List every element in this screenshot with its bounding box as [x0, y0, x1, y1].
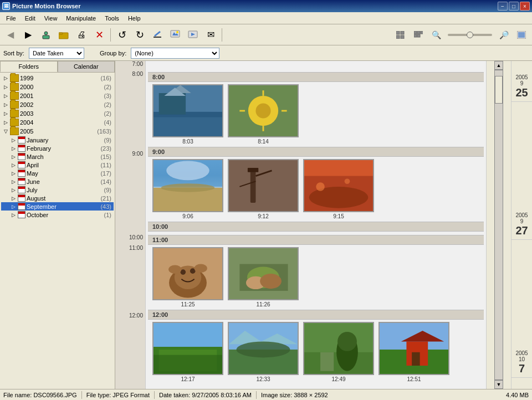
- expand-arrow-april[interactable]: ▷: [10, 162, 17, 168]
- tab-folders[interactable]: Folders: [0, 61, 58, 72]
- menu-view[interactable]: View: [40, 13, 62, 23]
- expand-arrow-2002[interactable]: ▷: [2, 101, 9, 108]
- tree-item-september[interactable]: ▷ September (43): [1, 202, 114, 211]
- tree-item-2003[interactable]: ▷ 2003 (2): [1, 109, 114, 118]
- photo-thumb-1233[interactable]: [228, 322, 299, 375]
- rotate-right-button[interactable]: ↻: [131, 27, 148, 43]
- menu-file[interactable]: File: [2, 13, 20, 23]
- expand-arrow-october[interactable]: ▷: [10, 212, 17, 218]
- photo-item-1249[interactable]: 12:49: [303, 322, 374, 382]
- print-button[interactable]: 🖨: [73, 27, 90, 43]
- tree-item-1999[interactable]: ▷ 1999 (16): [1, 74, 114, 83]
- photo-thumb-803[interactable]: [152, 84, 223, 137]
- photo-item-915[interactable]: 9:15: [303, 159, 374, 219]
- photo-item-1217[interactable]: 12:17: [152, 322, 223, 382]
- expand-arrow-2003[interactable]: ▷: [2, 110, 9, 117]
- photo-item-1233[interactable]: 12:33: [228, 322, 299, 382]
- fit-button[interactable]: [513, 27, 530, 43]
- tree-item-january[interactable]: ▷ January (9): [1, 136, 114, 144]
- menu-manipulate[interactable]: Manipulate: [62, 13, 100, 23]
- scrollbar-thumb[interactable]: [495, 76, 503, 104]
- zoom-out-button[interactable]: 🔍: [428, 27, 444, 43]
- expand-arrow-march[interactable]: ▷: [10, 153, 17, 160]
- photo-thumb-814[interactable]: [228, 84, 299, 137]
- enhance-button[interactable]: [167, 27, 183, 43]
- photo-thumb-912[interactable]: [228, 159, 299, 212]
- tree-item-february[interactable]: ▷ February (23): [1, 144, 114, 152]
- date-marker-sep25[interactable]: 2005 9 25: [511, 72, 532, 102]
- time-header-1100: 11:00: [148, 235, 484, 245]
- photo-item-906[interactable]: 9:06: [152, 159, 223, 219]
- menu-tools[interactable]: Tools: [101, 13, 123, 23]
- tree-item-april[interactable]: ▷ April (11): [1, 161, 114, 169]
- expand-arrow-august[interactable]: ▷: [10, 195, 17, 202]
- sort-select[interactable]: Date Taken: [29, 48, 84, 59]
- back-button[interactable]: ◀: [2, 27, 19, 43]
- photo-thumb-1217[interactable]: [152, 322, 223, 375]
- photo-thumb-1126[interactable]: [228, 247, 299, 300]
- photo-item-1125[interactable]: 11:25: [152, 247, 223, 307]
- expand-arrow-july[interactable]: ▷: [10, 187, 17, 193]
- date-marker-sep27[interactable]: 2005 9 27: [511, 210, 532, 240]
- menu-edit[interactable]: Edit: [21, 13, 39, 23]
- tree-item-2004[interactable]: ▷ 2004 (4): [1, 118, 114, 127]
- photo-thumb-906[interactable]: [152, 159, 223, 212]
- photo-item-814[interactable]: 8:14: [228, 84, 299, 145]
- tree-item-2000[interactable]: ▷ 2000 (2): [1, 83, 114, 91]
- photo-item-1126[interactable]: 11:26: [228, 247, 299, 307]
- photo-item-1251[interactable]: 12:51: [378, 322, 449, 382]
- folder-icon-2002: [10, 101, 19, 109]
- forward-button[interactable]: ▶: [20, 27, 37, 43]
- tree-item-july[interactable]: ▷ July (9): [1, 186, 114, 194]
- date-marker-oct7[interactable]: 2005 10 7: [511, 348, 532, 378]
- expand-arrow-may[interactable]: ▷: [10, 170, 17, 177]
- tree-item-2001[interactable]: ▷ 2001 (3): [1, 91, 114, 100]
- email-button[interactable]: ✉: [202, 27, 219, 43]
- photo-item-803[interactable]: 8:03: [152, 84, 223, 145]
- delete-button[interactable]: ✕: [91, 27, 108, 43]
- expand-arrow-2004[interactable]: ▷: [2, 119, 9, 126]
- window-title: Picture Motion Browser: [12, 3, 80, 9]
- expand-arrow-september[interactable]: ▷: [10, 203, 17, 210]
- tree-item-2002[interactable]: ▷ 2002 (2): [1, 100, 114, 109]
- photo-item-912[interactable]: 9:12: [228, 159, 299, 219]
- zoom-in-button[interactable]: 🔎: [495, 27, 512, 43]
- group-select[interactable]: (None): [131, 48, 219, 59]
- close-button[interactable]: ×: [520, 2, 530, 11]
- maximize-button[interactable]: □: [509, 2, 519, 11]
- scroll-up-button[interactable]: ▲: [494, 61, 503, 70]
- home-button[interactable]: [38, 27, 54, 43]
- zoom-thumb[interactable]: [467, 32, 473, 38]
- zoom-slider[interactable]: [448, 34, 492, 36]
- photo-thumb-1125[interactable]: [152, 247, 223, 300]
- photo-thumb-1249[interactable]: [303, 322, 374, 375]
- photo-thumb-1251[interactable]: [378, 322, 449, 375]
- folder-button[interactable]: [55, 27, 72, 43]
- minimize-button[interactable]: −: [498, 2, 508, 11]
- app-icon: 🖼: [2, 2, 10, 10]
- expand-arrow-february[interactable]: ▷: [10, 145, 17, 152]
- expand-arrow-june[interactable]: ▷: [10, 178, 17, 185]
- tree-item-may[interactable]: ▷ May (17): [1, 169, 114, 177]
- expand-arrow-2005[interactable]: ▽: [2, 128, 9, 135]
- tree-item-2005[interactable]: ▽ 2005 (163): [1, 127, 114, 136]
- scrollbar-track[interactable]: [494, 70, 503, 380]
- view-large-button[interactable]: [410, 27, 427, 43]
- tree-item-march[interactable]: ▷ March (15): [1, 152, 114, 161]
- expand-arrow-2001[interactable]: ▷: [2, 93, 9, 99]
- expand-arrow-2000[interactable]: ▷: [2, 84, 9, 90]
- expand-arrow-1999[interactable]: ▷: [2, 75, 9, 81]
- tree-item-october[interactable]: ▷ October (1): [1, 211, 114, 219]
- scroll-down-button[interactable]: ▼: [494, 380, 503, 389]
- rotate-left-button[interactable]: ↺: [114, 27, 130, 43]
- view-compact-button[interactable]: [392, 27, 409, 43]
- time-label-1200: 12:00: [129, 312, 143, 319]
- slideshow-button[interactable]: [185, 27, 201, 43]
- edit-button[interactable]: [149, 27, 166, 43]
- tab-calendar[interactable]: Calendar: [58, 61, 115, 72]
- photo-thumb-915[interactable]: [303, 159, 374, 212]
- tree-item-june[interactable]: ▷ June (14): [1, 177, 114, 186]
- expand-arrow-january[interactable]: ▷: [10, 137, 17, 143]
- tree-item-august[interactable]: ▷ August (21): [1, 194, 114, 202]
- menu-help[interactable]: Help: [124, 13, 145, 23]
